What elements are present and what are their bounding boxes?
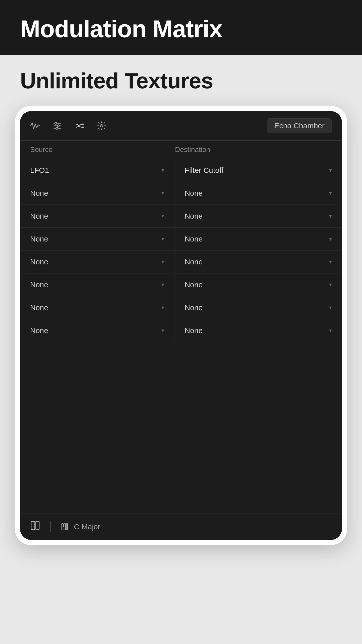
source-value-3: None [30,212,158,220]
destination-cell-8[interactable]: None ▾ [174,319,342,342]
destination-dropdown-arrow-8[interactable]: ▾ [329,327,332,334]
destination-value-1: Filter Cutoff [185,166,326,175]
table-row: None ▾ None ▾ [20,228,342,251]
svg-rect-9 [31,521,35,530]
svg-point-5 [56,127,58,129]
table-row: None ▾ None ▾ [20,273,342,296]
destination-dropdown-arrow-6[interactable]: ▾ [329,281,332,288]
source-dropdown-arrow-1[interactable]: ▾ [161,167,164,174]
toolbar: Echo Chamber [20,111,342,141]
empty-area [20,342,342,513]
destination-cell-5[interactable]: None ▾ [174,251,342,273]
subtitle-section: Unlimited Textures [0,55,362,101]
source-value-8: None [30,326,158,335]
toolbar-icons [30,121,107,131]
layout-icon[interactable] [30,520,40,533]
source-value-7: None [30,303,158,312]
source-column-header: Source [30,146,175,154]
device-frame: Echo Chamber Source Destination LFO1 ▾ F… [15,106,347,545]
app-window: Echo Chamber Source Destination LFO1 ▾ F… [20,111,342,540]
svg-rect-13 [66,524,68,530]
svg-rect-15 [65,524,66,527]
source-value-2: None [30,189,158,197]
source-value-1: LFO1 [30,166,158,175]
destination-cell-6[interactable]: None ▾ [174,273,342,296]
source-dropdown-arrow-7[interactable]: ▾ [161,304,164,311]
destination-cell-3[interactable]: None ▾ [174,205,342,227]
table-row: None ▾ None ▾ [20,319,342,342]
bottom-bar: C Major [20,513,342,540]
matrix-header: Source Destination [20,141,342,159]
source-cell-5[interactable]: None ▾ [20,251,174,273]
destination-cell-1[interactable]: Filter Cutoff ▾ [174,159,342,182]
svg-point-4 [57,125,59,127]
header-section: Modulation Matrix [0,0,362,55]
table-row: LFO1 ▾ Filter Cutoff ▾ [20,159,342,182]
source-dropdown-arrow-5[interactable]: ▾ [161,259,164,265]
destination-dropdown-arrow-4[interactable]: ▾ [329,236,332,242]
source-cell-2[interactable]: None ▾ [20,182,174,205]
destination-value-4: None [185,235,326,243]
source-dropdown-arrow-8[interactable]: ▾ [161,327,164,334]
preset-name-button[interactable]: Echo Chamber [267,118,332,133]
destination-dropdown-arrow-5[interactable]: ▾ [329,259,332,265]
svg-point-3 [55,122,57,124]
device-container: Echo Chamber Source Destination LFO1 ▾ F… [0,101,362,560]
destination-cell-2[interactable]: None ▾ [174,182,342,205]
source-dropdown-arrow-6[interactable]: ▾ [161,281,164,288]
destination-dropdown-arrow-7[interactable]: ▾ [329,304,332,311]
destination-cell-4[interactable]: None ▾ [174,228,342,250]
destination-dropdown-arrow-2[interactable]: ▾ [329,190,332,196]
destination-column-header: Destination [175,146,332,154]
source-value-6: None [30,280,158,289]
modulation-icon[interactable] [74,121,84,131]
table-row: None ▾ None ▾ [20,296,342,319]
table-row: None ▾ None ▾ [20,182,342,205]
destination-value-8: None [185,326,326,335]
page-title: Modulation Matrix [20,15,342,43]
destination-value-6: None [185,280,326,289]
mixer-icon[interactable] [52,121,62,131]
destination-dropdown-arrow-3[interactable]: ▾ [329,213,332,219]
destination-value-3: None [185,212,326,220]
source-cell-7[interactable]: None ▾ [20,296,174,319]
settings-icon[interactable] [97,121,107,131]
source-value-4: None [30,235,158,243]
source-cell-4[interactable]: None ▾ [20,228,174,250]
svg-point-6 [82,124,84,125]
source-dropdown-arrow-2[interactable]: ▾ [161,190,164,196]
source-value-5: None [30,258,158,266]
subtitle-title: Unlimited Textures [20,68,342,94]
matrix-rows: LFO1 ▾ Filter Cutoff ▾ None ▾ None [20,159,342,342]
source-cell-1[interactable]: LFO1 ▾ [20,159,174,182]
destination-value-2: None [185,189,326,197]
source-dropdown-arrow-4[interactable]: ▾ [161,236,164,242]
source-dropdown-arrow-3[interactable]: ▾ [161,213,164,219]
destination-cell-7[interactable]: None ▾ [174,296,342,319]
source-cell-6[interactable]: None ▾ [20,273,174,296]
key-scale-button[interactable]: C Major [61,522,100,531]
svg-point-8 [100,125,103,127]
svg-point-7 [82,127,84,128]
source-cell-8[interactable]: None ▾ [20,319,174,342]
waveform-icon[interactable] [30,121,40,131]
svg-rect-14 [63,524,64,527]
table-row: None ▾ None ▾ [20,205,342,228]
key-scale-label: C Major [74,522,100,531]
destination-value-7: None [185,303,326,312]
table-row: None ▾ None ▾ [20,251,342,273]
bottom-divider [50,521,51,532]
source-cell-3[interactable]: None ▾ [20,205,174,227]
destination-dropdown-arrow-1[interactable]: ▾ [329,167,332,174]
svg-rect-10 [36,521,39,530]
destination-value-5: None [185,258,326,266]
